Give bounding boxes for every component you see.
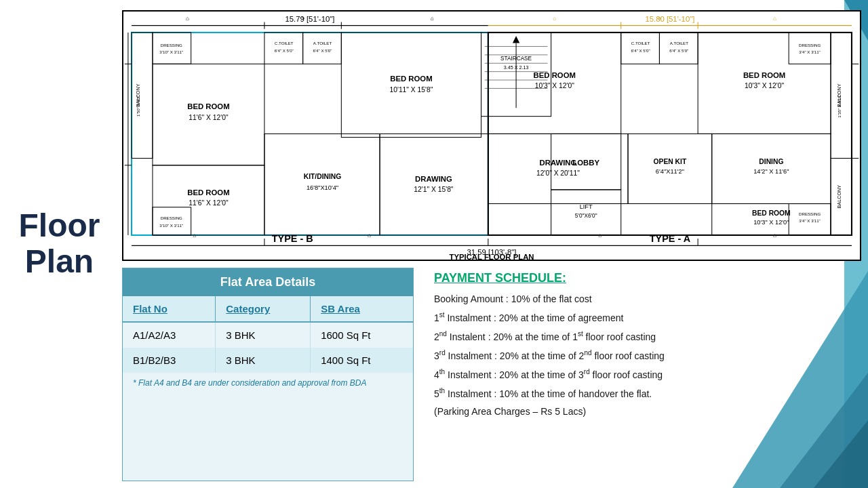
page-title: Floor Plan	[19, 208, 100, 280]
svg-text:DINING: DINING	[759, 158, 783, 165]
svg-rect-67	[789, 33, 831, 64]
svg-text:⌂: ⌂	[598, 232, 601, 239]
svg-text:6'4" X 5'0": 6'4" X 5'0"	[313, 48, 332, 53]
col-category: Category	[216, 296, 311, 322]
svg-text:14'2" X 11'6": 14'2" X 11'6"	[753, 168, 789, 175]
svg-text:BED ROOM: BED ROOM	[187, 188, 229, 197]
svg-text:3'4" X 3'11": 3'4" X 3'11"	[799, 49, 820, 54]
flat-no-1: A1/A2/A3	[123, 322, 216, 348]
svg-text:BED ROOM: BED ROOM	[187, 102, 229, 110]
col-flat-no: Flat No	[123, 296, 216, 322]
svg-text:BALCONY: BALCONY	[836, 185, 842, 209]
svg-text:10'3" X 12'0": 10'3" X 12'0"	[753, 219, 789, 226]
svg-text:C.TOILET: C.TOILET	[275, 41, 294, 45]
svg-text:C.TOILET: C.TOILET	[631, 41, 650, 45]
payment-title: PAYMENT SCHEDULE:	[434, 271, 854, 285]
svg-text:BED ROOM: BED ROOM	[534, 71, 576, 79]
svg-rect-33	[341, 33, 481, 138]
svg-text:BED ROOM: BED ROOM	[390, 75, 432, 83]
payment-schedule: PAYMENT SCHEDULE: Booking Amount : 10% o…	[427, 268, 861, 481]
svg-text:6'4"X11'2": 6'4"X11'2"	[656, 168, 684, 175]
svg-text:12'1" X 15'8": 12'1" X 15'8"	[414, 186, 454, 193]
svg-rect-82	[488, 134, 628, 203]
instalment-1: 1st Instalment : 20% at the time of agre…	[434, 309, 854, 327]
instalment-4: 4th Instalment : 20% at the time of 3rd …	[434, 366, 854, 384]
floor-plan-diagram: 15.79 [51'-10"] 15.80 [51'-10"] 31.59 [1…	[122, 10, 861, 261]
svg-text:3'10" X 3'11": 3'10" X 3'11"	[159, 49, 183, 54]
category-1: 3 BHK	[216, 322, 311, 348]
svg-text:10'3" X 12'0": 10'3" X 12'0"	[535, 82, 575, 89]
svg-text:10'11" X 15'8": 10'11" X 15'8"	[389, 86, 433, 94]
svg-text:⌂: ⌂	[431, 16, 434, 22]
instalment-5: 5th Instalment : 10% at the time of hand…	[434, 385, 854, 403]
svg-text:11'6" X 12'0": 11'6" X 12'0"	[189, 114, 229, 121]
svg-text:KIT/DINING: KIT/DINING	[304, 173, 342, 180]
instalment-2: 2nd Instalent : 20% at the time of 1st f…	[434, 328, 854, 346]
svg-text:15.80 [51'-10"]: 15.80 [51'-10"]	[645, 15, 694, 23]
bottom-section: Flat Area Details Flat No Category SB Ar…	[122, 268, 861, 481]
sb-area-2: 1400 Sq Ft	[311, 348, 413, 373]
table-note: * Flat A4 and B4 are under consideration…	[123, 373, 413, 393]
svg-text:>: >	[301, 16, 304, 22]
svg-text:⌂: ⌂	[368, 232, 371, 239]
svg-text:⌂: ⌂	[773, 232, 776, 239]
svg-text:1'50" X 3'5": 1'50" X 3'5"	[136, 95, 140, 116]
svg-rect-56	[380, 134, 488, 235]
svg-text:LOBBY: LOBBY	[572, 159, 599, 167]
svg-text:BED ROOM: BED ROOM	[743, 71, 785, 79]
svg-text:TYPE - A: TYPE - A	[650, 233, 691, 244]
booking-amount: Booking Amount : 10% of the flat cost	[434, 291, 854, 308]
parking-charges: (Parking Area Charges – Rs 5 Lacs)	[434, 403, 854, 420]
sb-area-1: 1600 Sq Ft	[311, 322, 413, 348]
flat-area-table: Flat No Category SB Area A1/A2/A3 3 BHK …	[123, 296, 413, 373]
svg-text:10'3" X 12'0": 10'3" X 12'0"	[745, 82, 785, 89]
content-area: 15.79 [51'-10"] 15.80 [51'-10"] 31.59 [1…	[119, 0, 868, 488]
svg-text:LIFT: LIFT	[580, 203, 593, 210]
svg-text:⌂: ⌂	[553, 16, 556, 22]
svg-rect-53	[153, 207, 191, 235]
table-header: Flat Area Details	[123, 268, 413, 296]
svg-text:3'4" X 3'11": 3'4" X 3'11"	[799, 218, 820, 223]
svg-text:6'4" X 5'0": 6'4" X 5'0"	[631, 48, 650, 53]
payment-list: Booking Amount : 10% of the flat cost 1s…	[434, 291, 854, 421]
sidebar: Floor Plan	[0, 0, 119, 488]
svg-text:DRESSING: DRESSING	[161, 43, 182, 47]
svg-text:A.TOILET: A.TOILET	[313, 41, 332, 45]
svg-text:⌂: ⌂	[193, 232, 196, 239]
svg-text:DRESSING: DRESSING	[799, 211, 821, 216]
svg-text:12'0" X 20'11": 12'0" X 20'11"	[536, 169, 580, 177]
svg-text:15.79 [51'-10"]: 15.79 [51'-10"]	[285, 15, 334, 23]
svg-text:⌂: ⌂	[186, 16, 189, 22]
table-row: A1/A2/A3 3 BHK 1600 Sq Ft	[123, 322, 413, 348]
svg-text:6'4" X 5'0": 6'4" X 5'0"	[275, 48, 294, 53]
svg-text:DRESSING: DRESSING	[161, 216, 182, 220]
svg-text:16'8"X10'4": 16'8"X10'4"	[307, 184, 338, 191]
instalment-3: 3rd Instalment : 20% at the time of 2nd …	[434, 347, 854, 365]
svg-text:DRESSING: DRESSING	[799, 43, 821, 47]
svg-rect-21	[153, 33, 191, 64]
col-sb-area: SB Area	[311, 296, 413, 322]
svg-text:6'4" X 5'0": 6'4" X 5'0"	[669, 48, 688, 53]
svg-text:1'35" X 3'11": 1'35" X 3'11"	[837, 94, 842, 118]
svg-text:TYPICAL FLOOR PLAN: TYPICAL FLOOR PLAN	[449, 253, 534, 260]
svg-text:>: >	[658, 16, 661, 22]
svg-text:3'10" X 3'11": 3'10" X 3'11"	[159, 223, 183, 228]
table-row: B1/B2/B3 3 BHK 1400 Sq Ft	[123, 348, 413, 373]
svg-text:5'0"X6'0": 5'0"X6'0"	[575, 213, 597, 219]
category-2: 3 BHK	[216, 348, 311, 373]
svg-text:A.TOILET: A.TOILET	[670, 41, 689, 45]
svg-marker-46	[513, 36, 519, 43]
svg-text:DRAWING: DRAWING	[415, 175, 452, 183]
flat-area-table-container: Flat Area Details Flat No Category SB Ar…	[122, 268, 414, 481]
flat-no-2: B1/B2/B3	[123, 348, 216, 373]
svg-text:⌂: ⌂	[773, 16, 776, 22]
svg-text:DRAWING: DRAWING	[540, 159, 577, 167]
svg-text:BED ROOM: BED ROOM	[752, 209, 791, 217]
svg-text:11'6" X 12'0": 11'6" X 12'0"	[189, 199, 229, 207]
svg-text:OPEN KIT: OPEN KIT	[654, 158, 687, 165]
